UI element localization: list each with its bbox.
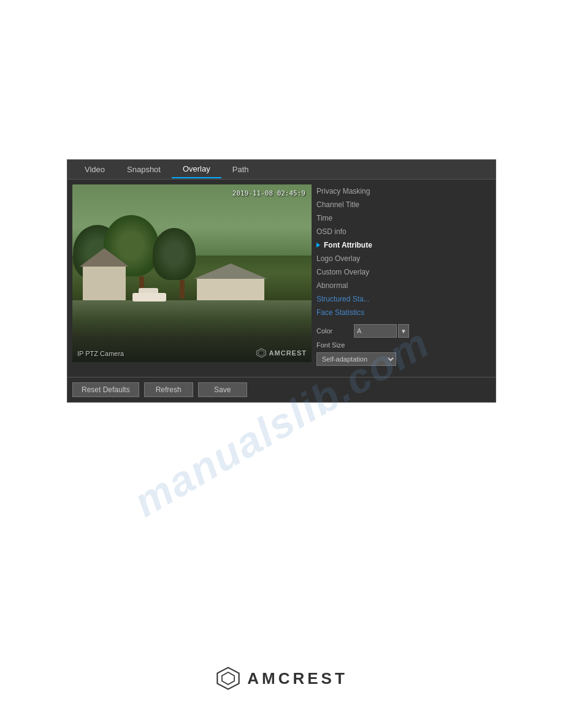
svg-marker-2: [218, 667, 239, 689]
font-size-control-row: Font Size: [316, 341, 491, 349]
video-scene: 2019-11-08 02:45:9 IP PTZ Camera AMCREST: [72, 184, 312, 362]
color-select-wrapper: ▼: [354, 324, 409, 338]
tab-overlay[interactable]: Overlay: [172, 161, 221, 178]
menu-item-label: Time: [316, 214, 332, 222]
menu-list: Privacy Masking Channel Title Time OSD i…: [316, 184, 491, 319]
font-size-select[interactable]: Self-adaptation Small Medium Large: [316, 352, 396, 366]
menu-item-label: Structured Sta...: [316, 295, 370, 303]
house-left-body: [83, 267, 126, 303]
menu-item-label: Abnormal: [316, 281, 348, 290]
color-control-row: Color ▼: [316, 324, 491, 338]
tab-snapshot[interactable]: Snapshot: [116, 161, 172, 178]
color-label: Color: [316, 327, 350, 335]
font-size-label: Font Size: [316, 341, 350, 349]
car-body: [132, 293, 166, 301]
camera-label: IP PTZ Camera: [77, 350, 124, 357]
menu-item-channel-title[interactable]: Channel Title: [316, 198, 491, 211]
refresh-button[interactable]: Refresh: [144, 382, 193, 397]
content-area: 2019-11-08 02:45:9 IP PTZ Camera AMCREST: [67, 180, 496, 377]
svg-marker-0: [256, 349, 265, 357]
menu-item-label: OSD info: [316, 227, 347, 236]
menu-item-custom-overlay[interactable]: Custom Overlay: [316, 265, 491, 279]
menu-item-label: Logo Overlay: [316, 254, 360, 263]
bottom-bar: Reset Defaults Refresh Save: [67, 377, 496, 402]
video-timestamp: 2019-11-08 02:45:9: [232, 189, 305, 197]
menu-item-label: Custom Overlay: [316, 268, 369, 276]
vehicle: [132, 289, 163, 301]
tree-3: [168, 228, 196, 298]
bottom-logo: AMCREST: [215, 641, 348, 691]
menu-item-structured-sta[interactable]: Structured Sta...: [316, 292, 491, 306]
font-size-select-row: Self-adaptation Small Medium Large: [316, 352, 491, 366]
menu-item-label: Channel Title: [316, 200, 359, 209]
menu-item-osd-info[interactable]: OSD info: [316, 225, 491, 238]
menu-item-abnormal[interactable]: Abnormal: [316, 279, 491, 292]
menu-item-face-statistics[interactable]: Face Statistics: [316, 306, 491, 319]
settings-panel: Privacy Masking Channel Title Time OSD i…: [316, 184, 491, 372]
font-attribute-arrow: [316, 243, 320, 248]
amcrest-video-logo-icon: [256, 347, 267, 358]
amcrest-bottom-logo-text: AMCREST: [247, 669, 348, 688]
top-controls: Color ▼ Font Size Self-adaptation Small: [316, 324, 491, 366]
main-panel: Video Snapshot Overlay Path: [67, 159, 496, 403]
house-left: [80, 248, 129, 303]
color-input[interactable]: [354, 324, 397, 338]
tab-bar: Video Snapshot Overlay Path: [67, 160, 496, 180]
color-dropdown-button[interactable]: ▼: [398, 324, 409, 338]
tab-video[interactable]: Video: [74, 161, 116, 178]
tab-path[interactable]: Path: [221, 161, 260, 178]
svg-marker-1: [258, 351, 264, 356]
svg-marker-3: [222, 672, 234, 684]
tree-trunk-3: [180, 280, 185, 298]
menu-item-label: Face Statistics: [316, 308, 364, 317]
menu-item-time[interactable]: Time: [316, 211, 491, 225]
amcrest-video-logo: AMCREST: [256, 347, 307, 358]
menu-item-privacy-masking[interactable]: Privacy Masking: [316, 184, 491, 198]
save-button[interactable]: Save: [198, 382, 247, 397]
menu-item-font-attribute[interactable]: Font Attribute: [316, 238, 491, 252]
video-feed: 2019-11-08 02:45:9 IP PTZ Camera AMCREST: [72, 184, 312, 362]
reset-defaults-button[interactable]: Reset Defaults: [72, 382, 139, 397]
menu-item-label: Font Attribute: [324, 241, 372, 249]
house-left-roof: [80, 248, 129, 267]
page-wrapper: Video Snapshot Overlay Path: [0, 0, 563, 728]
menu-item-label: Privacy Masking: [316, 187, 370, 195]
tree-top-3: [153, 228, 196, 280]
menu-item-logo-overlay[interactable]: Logo Overlay: [316, 252, 491, 265]
amcrest-video-logo-text: AMCREST: [269, 349, 307, 357]
house-right-roof: [194, 264, 267, 279]
amcrest-bottom-logo-icon: [215, 665, 241, 691]
